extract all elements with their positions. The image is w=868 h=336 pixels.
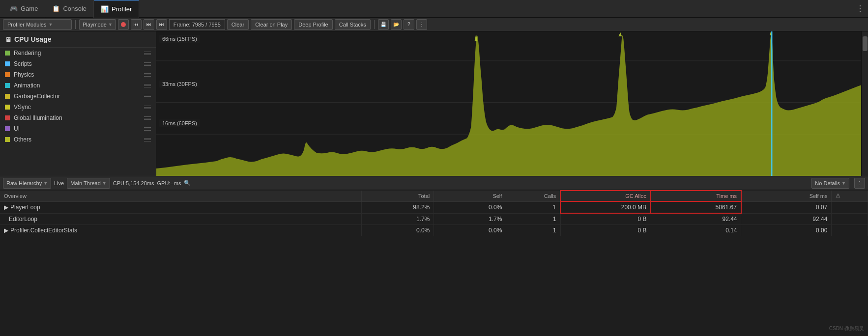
cell-timems-1: 92.44 xyxy=(651,213,741,225)
cell-timems-2: 0.14 xyxy=(651,225,741,236)
step-back-start-button[interactable]: ⏮ xyxy=(131,19,142,30)
load-button[interactable]: 📂 xyxy=(391,19,402,30)
profiler-chart-area[interactable]: 66ms (15FPS) 33ms (30FPS) 16ms (60FPS) xyxy=(156,31,868,176)
scrollbar-thumb[interactable] xyxy=(863,36,868,51)
vsync-color xyxy=(5,105,10,110)
table-row[interactable]: ▶Profiler.CollectEditorStats0.0%0.0%10 B… xyxy=(0,225,868,236)
game-icon: 🎮 xyxy=(10,5,18,12)
search-icon[interactable]: 🔍 xyxy=(184,180,191,186)
th-timems[interactable]: Time ms xyxy=(651,191,741,201)
sidebar-item-physics[interactable]: Physics xyxy=(0,69,156,80)
tab-console[interactable]: 📋 Console xyxy=(45,0,94,18)
step-forward-end-button[interactable]: ⏭ xyxy=(156,19,167,30)
record-circle-icon xyxy=(121,22,126,27)
content-wrapper: 🖥 CPU Usage Rendering Scripts xyxy=(0,31,868,336)
table-header-row: Overview Total Self Calls GC Alloc Time … xyxy=(0,191,868,201)
cpu-stat: CPU:5,154.28ms xyxy=(113,180,154,186)
cell-warn-2 xyxy=(832,225,868,236)
step-back-icon: ⏭ xyxy=(146,22,151,27)
tab-game-label: Game xyxy=(21,5,38,12)
sidebar-item-gc[interactable]: GarbageCollector xyxy=(0,91,156,102)
gc-color xyxy=(5,94,10,99)
profiler-modules-label: Profiler Modules xyxy=(7,22,46,28)
profiler-icon: 📊 xyxy=(101,5,109,13)
th-gcalloc[interactable]: GC Alloc xyxy=(560,191,651,201)
sidebar-item-rendering[interactable]: Rendering xyxy=(0,48,156,58)
cell-warn-0 xyxy=(832,201,868,213)
main-content: 🖥 CPU Usage Rendering Scripts xyxy=(0,31,868,336)
call-stacks-button[interactable]: Call Stacks xyxy=(335,19,371,30)
toolbar-sep-2 xyxy=(374,20,375,29)
cpu-sidebar: 🖥 CPU Usage Rendering Scripts xyxy=(0,31,156,176)
sidebar-item-gi[interactable]: Global Illumination xyxy=(0,112,156,123)
view-dropdown[interactable]: Raw Hierarchy ▼ xyxy=(3,178,51,189)
th-calls[interactable]: Calls xyxy=(506,191,560,201)
details-label: No Details xyxy=(815,180,840,186)
deep-profile-button[interactable]: Deep Profile xyxy=(294,19,333,30)
sidebar-item-vsync[interactable]: VSync xyxy=(0,102,156,112)
toolbar-sep-1 xyxy=(75,20,76,29)
animation-drag-handle xyxy=(144,84,151,87)
deep-profile-label: Deep Profile xyxy=(298,22,328,28)
mode-label: Live xyxy=(54,180,64,186)
thread-chevron-icon: ▼ xyxy=(102,181,107,186)
th-overview[interactable]: Overview xyxy=(0,191,362,201)
table-row[interactable]: EditorLoop1.7%1.7%10 B92.4492.44 xyxy=(0,213,868,225)
row-expand-icon[interactable]: ▶ xyxy=(4,204,8,211)
sidebar-item-ui[interactable]: UI xyxy=(0,123,156,134)
detail-toolbar: Raw Hierarchy ▼ Live Main Thread ▼ CPU:5… xyxy=(0,176,868,190)
others-drag-handle xyxy=(144,138,151,141)
fps-label-bot: 16ms (60FPS) xyxy=(159,119,200,127)
chart-scrollbar[interactable] xyxy=(861,31,868,176)
sidebar-item-others-left: Others xyxy=(5,136,31,143)
step-forward-end-icon: ⏭ xyxy=(159,22,164,27)
profiler-modules-button[interactable]: Profiler Modules ▼ xyxy=(3,19,72,30)
physics-label: Physics xyxy=(14,71,34,78)
thread-dropdown[interactable]: Main Thread ▼ xyxy=(67,178,110,189)
th-self[interactable]: Self xyxy=(434,191,506,201)
th-selfms[interactable]: Self ms xyxy=(741,191,832,201)
table-container[interactable]: Overview Total Self Calls GC Alloc Time … xyxy=(0,190,868,336)
chart-label-top: 66ms (15FPS) xyxy=(159,35,200,42)
detail-menu-button[interactable]: ⋮ xyxy=(854,178,865,189)
view-label: Raw Hierarchy xyxy=(6,180,42,186)
cell-total-1: 1.7% xyxy=(362,213,434,225)
detail-row: Raw Hierarchy ▼ Live Main Thread ▼ CPU:5… xyxy=(0,176,868,336)
overflow-menu-button[interactable]: ⋮ xyxy=(416,19,427,30)
sidebar-item-gi-left: Global Illumination xyxy=(5,114,62,121)
cell-timems-0: 5061.67 xyxy=(651,201,741,213)
details-chevron-icon: ▼ xyxy=(841,181,846,186)
step-back-button[interactable]: ⏭ xyxy=(144,19,154,30)
clear-on-play-button[interactable]: Clear on Play xyxy=(251,19,292,30)
tab-overflow-menu[interactable]: ⋮ xyxy=(855,4,865,14)
others-label: Others xyxy=(14,136,31,143)
tab-profiler[interactable]: 📊 Profiler xyxy=(94,0,139,18)
others-color xyxy=(5,137,10,142)
playmode-dropdown[interactable]: Playmode ▼ xyxy=(79,19,116,30)
record-button[interactable] xyxy=(118,19,129,30)
row-expand-icon[interactable]: ▶ xyxy=(4,227,8,234)
scripts-drag-handle xyxy=(144,62,151,66)
sidebar-item-animation[interactable]: Animation xyxy=(0,80,156,91)
view-chevron-icon: ▼ xyxy=(43,181,48,186)
cell-selfms-0: 0.07 xyxy=(741,201,832,213)
clear-button[interactable]: Clear xyxy=(227,19,249,30)
cell-selfms-1: 92.44 xyxy=(741,213,832,225)
detail-overflow-icon: ⋮ xyxy=(857,180,862,186)
clear-on-play-label: Clear on Play xyxy=(255,22,288,28)
thread-label: Main Thread xyxy=(70,180,101,186)
gi-color xyxy=(5,115,10,120)
sidebar-item-ui-left: UI xyxy=(5,125,20,132)
help-button[interactable]: ? xyxy=(404,19,414,30)
sidebar-item-scripts[interactable]: Scripts xyxy=(0,58,156,69)
sidebar-item-others[interactable]: Others xyxy=(0,134,156,145)
th-total[interactable]: Total xyxy=(362,191,434,201)
cell-self-1: 1.7% xyxy=(434,213,506,225)
tab-game[interactable]: 🎮 Game xyxy=(3,0,45,18)
table-row[interactable]: ▶PlayerLoop98.2%0.0%1200.0 MB5061.670.07 xyxy=(0,201,868,213)
cell-overview-2: ▶Profiler.CollectEditorStats xyxy=(0,225,362,236)
save-button[interactable]: 💾 xyxy=(378,19,389,30)
cell-warn-1 xyxy=(832,213,868,225)
details-dropdown[interactable]: No Details ▼ xyxy=(811,178,849,189)
th-warn: ⚠ xyxy=(832,191,868,201)
